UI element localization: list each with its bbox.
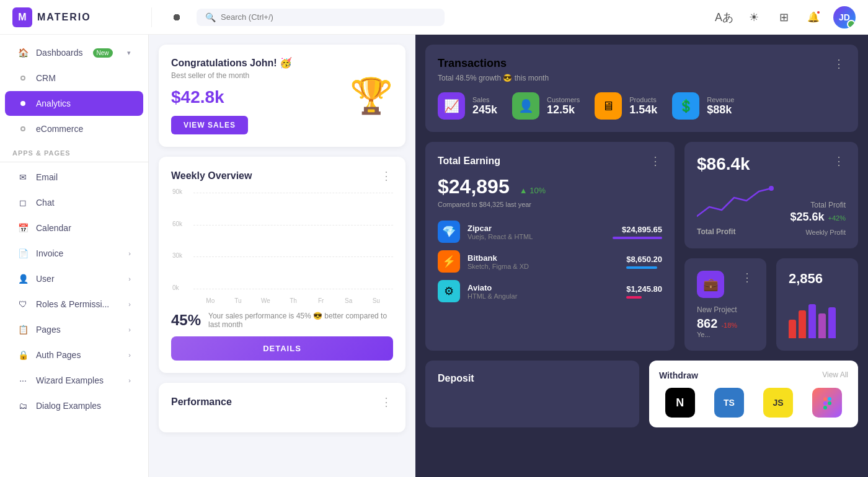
earning-subtitle: Compared to $84,325 last year — [438, 201, 662, 208]
dashboards-label: Dashboards — [36, 48, 83, 58]
grid-label-60k: 60k — [172, 221, 182, 227]
sidebar-item-wizard[interactable]: ··· Wizard Examples › — [5, 368, 143, 393]
aviato-amount-col: $1,245.80 — [626, 284, 662, 299]
project-card-header: 💼 ⋮ — [697, 271, 754, 305]
wizard-label: Wizard Examples — [36, 375, 104, 385]
label-we: We — [254, 297, 278, 304]
profit-left-col: $86.4k Total Profit — [697, 154, 777, 236]
new-badge: New — [93, 48, 113, 58]
project-menu-icon[interactable]: ⋮ — [742, 271, 754, 305]
sidebar-item-user[interactable]: 👤 User › — [5, 266, 143, 291]
trans-info: Transactions Total 48.5% growth 😎 this m… — [438, 57, 549, 92]
withdraw-view-all[interactable]: View All — [822, 370, 848, 380]
svg-rect-1 — [823, 397, 827, 401]
notif-badge — [816, 10, 821, 15]
user-icon: 👤 — [17, 273, 29, 284]
transactions-card: Transactions Total 48.5% growth 😎 this m… — [425, 45, 858, 132]
svg-point-5 — [828, 401, 831, 405]
trans-menu-icon[interactable]: ⋮ — [833, 57, 846, 71]
transactions-subtitle: Total 48.5% growth 😎 this month — [438, 74, 549, 82]
auth-icon: 🔒 — [17, 349, 29, 361]
label-fr: Fr — [309, 297, 333, 304]
notification-icon[interactable]: 🔔 — [804, 7, 823, 27]
sidebar-nav: 🏠 Dashboards New ▾ CRM Analytics — [0, 35, 148, 424]
aviato-logo: ⚙ — [438, 280, 460, 302]
grid-label-90k: 90k — [172, 188, 182, 195]
transactions-title: Transactions — [438, 57, 549, 70]
profit-right-title: Total Profit — [790, 201, 846, 209]
view-sales-button[interactable]: VIEW SALES — [171, 116, 248, 134]
sidebar-item-pages[interactable]: 📋 Pages › — [5, 317, 143, 342]
sidebar-item-dashboards[interactable]: 🏠 Dashboards New ▾ — [5, 40, 143, 65]
profit-right-values: $25.6k +42% — [790, 211, 846, 224]
earning-header: Total Earning ⋮ — [438, 154, 662, 168]
email-label: Email — [36, 172, 58, 182]
stat-sales: 📈 Sales 245k — [438, 92, 497, 120]
mini-bar-2 — [799, 310, 806, 338]
bitbank-name: Bitbank — [467, 253, 619, 263]
weekly-profit-label: Weekly Profit — [790, 229, 846, 236]
bitbank-amount: $8,650.20 — [626, 255, 662, 264]
products-icon: 🖥 — [595, 92, 622, 120]
roles-icon: 🛡 — [17, 299, 29, 310]
javascript-logo: JS — [763, 388, 793, 418]
svg-rect-2 — [823, 401, 827, 405]
logo-icon: M — [12, 7, 32, 27]
avatar[interactable]: JD — [833, 6, 856, 28]
sidebar-item-ecommerce[interactable]: eCommerce — [5, 116, 143, 141]
trophy-icon: 🏆 — [350, 76, 393, 116]
weekly-card-header: Weekly Overview ⋮ — [171, 169, 393, 183]
logo-area: M MATERIO — [12, 7, 136, 27]
aviato-info: Aviato HTML & Angular — [467, 283, 619, 300]
left-panel: Congratulations John! 🥳 Best seller of t… — [149, 35, 415, 477]
sidebar-item-analytics[interactable]: Analytics — [5, 91, 143, 116]
analytics-label: Analytics — [36, 98, 71, 108]
zipcar-progress — [613, 237, 662, 239]
sidebar: 🏠 Dashboards New ▾ CRM Analytics — [0, 35, 149, 477]
tech-withdraw-card: Withdraw View All N TS JS — [649, 361, 858, 427]
bar-labels: Mo Tu We Th Fr Sa Su — [193, 297, 393, 304]
label-su: Su — [364, 297, 388, 304]
aviato-name: Aviato — [467, 283, 619, 292]
withdraw-header: Withdraw View All — [659, 370, 848, 380]
chat-icon: ◻ — [17, 197, 29, 208]
content-area: 🏠 Dashboards New ▾ CRM Analytics — [0, 35, 868, 477]
weekly-menu-icon[interactable]: ⋮ — [381, 169, 393, 183]
performance-menu-icon[interactable]: ⋮ — [381, 395, 393, 409]
big-display-number: 2,856 — [789, 271, 846, 287]
sidebar-item-invoice[interactable]: 📄 Invoice › — [5, 241, 143, 266]
performance-card: Performance ⋮ — [159, 383, 405, 432]
grid-icon[interactable]: ⊞ — [774, 7, 794, 27]
zipcar-amount-col: $24,895.65 — [613, 225, 662, 239]
middle-row: Total Earning ⋮ $24,895 ▲ 10% Compared t… — [425, 142, 858, 351]
calendar-label: Calendar — [36, 223, 71, 233]
sidebar-item-roles[interactable]: 🛡 Roles & Permissi... › — [5, 292, 143, 317]
wizard-icon: ··· — [17, 375, 29, 386]
products-value: 1.54k — [629, 103, 657, 116]
nav-divider — [0, 162, 148, 162]
sidebar-item-chat[interactable]: ◻ Chat — [5, 190, 143, 215]
sidebar-item-crm[interactable]: CRM — [5, 66, 143, 90]
earning-title: Total Earning — [438, 155, 500, 167]
brightness-icon[interactable]: ☀ — [744, 7, 764, 27]
tech-logos-row: N TS JS — [659, 388, 848, 418]
sidebar-item-email[interactable]: ✉ Email — [5, 165, 143, 190]
earning-menu-icon[interactable]: ⋮ — [650, 154, 662, 168]
translate-icon[interactable]: Aあ — [714, 7, 734, 27]
bitbank-logo: ⚡ — [438, 250, 460, 273]
search-icon: 🔍 — [205, 12, 216, 22]
details-button[interactable]: DETAILS — [171, 336, 393, 361]
profit-menu-icon[interactable]: ⋮ — [833, 154, 846, 168]
sidebar-item-auth[interactable]: 🔒 Auth Pages › — [5, 343, 143, 367]
sidebar-item-calendar[interactable]: 📅 Calendar — [5, 216, 143, 240]
search-input[interactable] — [221, 12, 436, 22]
bitbank-desc: Sketch, Figma & XD — [467, 263, 619, 270]
ecommerce-circle-icon — [17, 123, 29, 134]
profit-row: $86.4k Total Profit ⋮ — [697, 154, 846, 236]
performance-card-header: Performance ⋮ — [171, 395, 393, 409]
label-mo: Mo — [198, 297, 223, 304]
aviato-desc: HTML & Angular — [467, 292, 619, 300]
recording-icon[interactable]: ⏺ — [167, 7, 187, 27]
sidebar-item-dialog[interactable]: 🗂 Dialog Examples — [5, 393, 143, 418]
earning-amount: $24,895 — [438, 175, 510, 198]
